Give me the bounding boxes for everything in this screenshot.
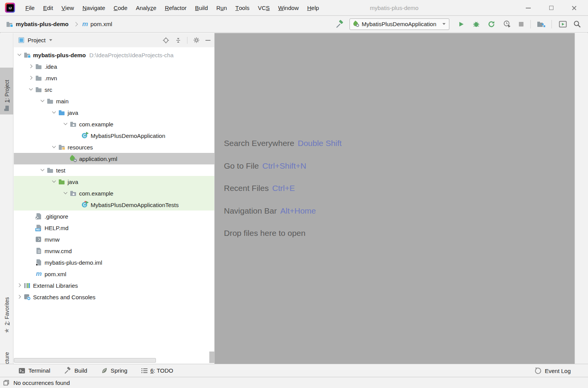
- collapse-chevron-icon[interactable]: [50, 143, 58, 151]
- chevron-spacer: [73, 201, 81, 209]
- tree-item-resources[interactable]: resources: [14, 141, 214, 153]
- settings-gear-button[interactable]: [193, 37, 200, 43]
- panel-title[interactable]: Project: [28, 37, 46, 43]
- locate-file-button[interactable]: [162, 37, 169, 44]
- tree-item-test[interactable]: test: [14, 164, 214, 176]
- close-button[interactable]: [563, 0, 586, 16]
- tree-item-application-class[interactable]: MybatisPlusDemoApplication: [14, 130, 214, 141]
- profiler-button[interactable]: [503, 20, 511, 28]
- menu-edit[interactable]: Edit: [39, 0, 57, 15]
- toolbar-separator: [530, 20, 531, 28]
- collapse-chevron-icon[interactable]: [50, 109, 58, 116]
- menu-run[interactable]: Run: [212, 0, 231, 15]
- tree-item-java[interactable]: java: [14, 107, 214, 118]
- editor-area[interactable]: Search EverywhereDouble Shift Go to File…: [214, 33, 575, 364]
- expand-chevron-icon[interactable]: [15, 293, 24, 301]
- intellij-logo-icon: IJ: [5, 3, 15, 13]
- horizontal-scrollbar[interactable]: [14, 358, 209, 363]
- tool-button-favorites[interactable]: ★ 2: Favorites: [0, 286, 13, 337]
- tool-button-spring[interactable]: Spring: [101, 367, 127, 374]
- collapse-chevron-icon[interactable]: [27, 86, 35, 93]
- window-title: mybatis-plus-demo: [370, 0, 419, 16]
- spring-config-icon: [70, 155, 77, 162]
- folder-icon: [47, 167, 54, 174]
- menu-navigate[interactable]: Navigate: [78, 0, 109, 15]
- collapse-all-button[interactable]: [175, 37, 181, 43]
- chevron-spacer: [27, 212, 35, 220]
- tree-item-mvnw-cmd[interactable]: mvnw.cmd: [14, 245, 214, 257]
- tree-item-gitignore[interactable]: .gitignore: [14, 211, 214, 222]
- menu-vcs[interactable]: VCS: [253, 0, 274, 15]
- menu-code[interactable]: Code: [109, 0, 132, 15]
- tree-item-mvn[interactable]: .mvn: [14, 72, 214, 84]
- breadcrumb-project[interactable]: mybatis-plus-demo: [16, 21, 69, 27]
- tool-button-terminal[interactable]: Terminal: [18, 367, 50, 374]
- tree-item-main[interactable]: main: [14, 95, 214, 107]
- right-tool-stripe: Ant Database m Maven: [575, 33, 588, 364]
- toggle-toolwindows-icon[interactable]: [3, 380, 10, 386]
- build-hammer-button[interactable]: [336, 20, 344, 28]
- tree-item-com-example[interactable]: com.example: [14, 118, 214, 130]
- tree-item-tests-class[interactable]: MybatisPlusDemoApplicationTests: [14, 199, 214, 211]
- gitignore-file-icon: [35, 213, 42, 220]
- hint-drop-files: Drop files here to open: [224, 222, 342, 245]
- tool-button-build[interactable]: Build: [64, 367, 87, 374]
- project-structure-button[interactable]: [537, 21, 545, 28]
- search-everywhere-button[interactable]: [573, 20, 581, 28]
- tree-item-pom-xml[interactable]: m pom.xml: [14, 268, 214, 280]
- run-with-coverage-button[interactable]: [488, 20, 495, 28]
- folder-icon: [47, 98, 54, 104]
- tree-item-iml[interactable]: mybatis-plus-demo.iml: [14, 257, 214, 268]
- collapse-chevron-icon[interactable]: [38, 166, 47, 174]
- collapse-chevron-icon[interactable]: [15, 51, 24, 59]
- menu-build[interactable]: Build: [191, 0, 212, 15]
- menu-analyze[interactable]: Analyze: [132, 0, 161, 15]
- collapse-chevron-icon[interactable]: [50, 178, 58, 186]
- tree-item-application-yml[interactable]: application.yml: [14, 153, 214, 164]
- run-configuration-select[interactable]: MybatisPlusDemoApplication: [349, 18, 449, 30]
- menu-file[interactable]: File: [21, 0, 39, 15]
- tree-item-idea[interactable]: .idea: [14, 61, 214, 72]
- tree-item-help-md[interactable]: MD HELP.md: [14, 222, 214, 234]
- chevron-down-icon: [442, 23, 446, 25]
- breadcrumb-file[interactable]: pom.xml: [91, 21, 113, 27]
- expand-chevron-icon[interactable]: [27, 74, 35, 82]
- project-folder-icon: [24, 51, 31, 58]
- chevron-down-icon[interactable]: [49, 39, 52, 41]
- project-tool-icon: [4, 105, 9, 111]
- expand-chevron-icon[interactable]: [15, 282, 24, 289]
- collapse-chevron-icon[interactable]: [38, 97, 47, 105]
- tool-button-project[interactable]: 1: Project: [0, 68, 13, 114]
- tree-item-project-root[interactable]: mybatis-plus-demo D:\IdeaProjects\IdeaPr…: [14, 49, 214, 61]
- menu-window[interactable]: Window: [274, 0, 303, 15]
- tree-item-test-com-example[interactable]: com.example: [14, 187, 214, 199]
- run-anything-button[interactable]: [559, 21, 567, 28]
- chevron-spacer: [27, 259, 35, 266]
- tree-item-external-libraries[interactable]: External Libraries: [14, 280, 214, 291]
- tree-item-test-java[interactable]: java: [14, 176, 214, 187]
- menu-tools[interactable]: Tools: [231, 0, 254, 15]
- tree-item-src[interactable]: src: [14, 84, 214, 95]
- maximize-button[interactable]: [540, 0, 563, 16]
- tool-button-todo[interactable]: 6: TODO: [141, 367, 174, 374]
- stop-button: [518, 21, 524, 27]
- hint-go-to-file: Go to FileCtrl+Shift+N: [224, 155, 342, 177]
- tree-item-scratches[interactable]: Scratches and Consoles: [14, 291, 214, 303]
- minimize-button[interactable]: [517, 0, 540, 16]
- menu-refactor[interactable]: Refactor: [161, 0, 191, 15]
- chevron-spacer: [73, 132, 81, 139]
- project-view-icon: [18, 37, 24, 43]
- menu-help[interactable]: Help: [303, 0, 323, 15]
- run-button[interactable]: [458, 21, 465, 28]
- leaf-icon: [101, 367, 108, 374]
- tree-item-mvnw[interactable]: mvnw: [14, 234, 214, 245]
- collapse-chevron-icon[interactable]: [61, 120, 70, 128]
- debug-button[interactable]: [472, 20, 480, 28]
- menu-view[interactable]: View: [57, 0, 78, 15]
- terminal-icon: [18, 367, 25, 374]
- expand-chevron-icon[interactable]: [27, 63, 35, 70]
- collapse-chevron-icon[interactable]: [61, 189, 70, 197]
- scrollbar-thumb[interactable]: [14, 358, 156, 363]
- hide-panel-button[interactable]: [205, 40, 210, 41]
- tool-button-event-log[interactable]: Event Log: [535, 364, 571, 377]
